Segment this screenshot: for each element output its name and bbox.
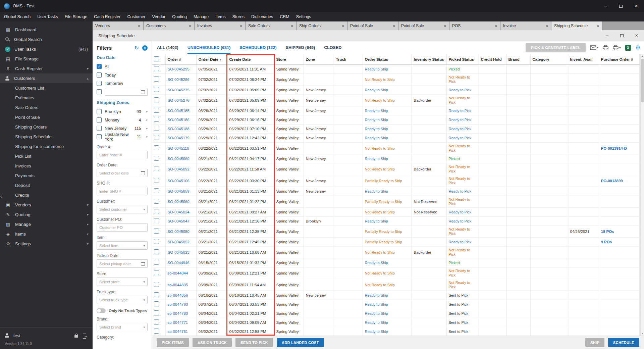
row-checkbox[interactable]: [154, 188, 159, 193]
table-row[interactable]: SO-004510606/22/202106/22/2021 03:30 PMS…: [152, 175, 640, 187]
menu-item-crm[interactable]: CRM: [276, 12, 292, 21]
checkbox[interactable]: [97, 134, 102, 139]
lock-icon[interactable]: [74, 334, 78, 338]
checkbox[interactable]: [97, 109, 102, 114]
row-checkbox[interactable]: [154, 270, 159, 275]
sidebar-item-quoting[interactable]: ✎Quoting▾: [0, 210, 93, 219]
order-link[interactable]: SO-0045059: [168, 189, 190, 193]
settings-gear-icon[interactable]: ⚙: [635, 44, 641, 51]
table-row[interactable]: SO-004527607/02/202107/02/2021 05:09 PMS…: [152, 95, 640, 106]
col-header-invent_avail[interactable]: Invent. Avail: [568, 54, 599, 65]
table-row[interactable]: SO-004505006/21/202106/21/2021 12:35 PMS…: [152, 226, 640, 238]
row-checkbox[interactable]: [154, 126, 159, 131]
table-row[interactable]: SO-004494606/15/202106/15/2021 01:32 PMS…: [152, 258, 640, 267]
status-tab-closed[interactable]: CLOSED: [324, 41, 341, 54]
filter-sho-input[interactable]: Enter SHO #: [97, 187, 148, 195]
doc-tab-invoice-8[interactable]: Invoice✕: [500, 21, 551, 30]
refresh-icon[interactable]: ↻: [135, 45, 139, 51]
row-checkbox[interactable]: [154, 117, 159, 122]
table-row[interactable]: SO-004517906/29/202106/29/2021 12:42 PMS…: [152, 134, 640, 143]
scroll-up-icon[interactable]: ▲: [641, 54, 644, 58]
sidebar-item-shipping-for-e-commerce[interactable]: Shipping for e-commerce: [0, 142, 93, 151]
sidebar-item-file-storage[interactable]: ▤File Storage: [0, 54, 93, 64]
chevron-down-icon[interactable]: ▾: [146, 127, 148, 130]
panel-minimize-button[interactable]: ─: [600, 30, 614, 41]
pick-generate-label-button[interactable]: PICK & GENERATE LABEL: [526, 43, 586, 52]
panel-close-button[interactable]: ✕: [629, 30, 644, 41]
col-header-zone[interactable]: Zone: [304, 54, 334, 65]
row-checkbox[interactable]: [154, 135, 159, 140]
sidebar-item-credits[interactable]: Credits: [0, 190, 93, 200]
purchase-order-link[interactable]: 18 POs: [601, 230, 614, 234]
checkbox[interactable]: [97, 81, 102, 86]
table-row[interactable]: SO-004502406/21/202106/21/2021 09:27 AMS…: [152, 208, 640, 217]
order-link[interactable]: SO-0045106: [168, 179, 190, 183]
status-tab-scheduled-122[interactable]: SCHEDULED (122): [239, 41, 276, 54]
due-date-input[interactable]: [105, 88, 148, 96]
table-row[interactable]: SO-004506906/21/202106/21/2021 04:17 PMS…: [152, 154, 640, 163]
sidebar-item-estimates[interactable]: Estimates: [0, 93, 93, 103]
order-link[interactable]: SO-0045023: [168, 250, 190, 254]
table-row[interactable]: so-004477106/04/202106/04/2021 09:05 AMS…: [152, 318, 640, 327]
order-link[interactable]: SO-0044946: [168, 261, 190, 265]
order-link[interactable]: so-0044771: [168, 320, 188, 325]
close-icon[interactable]: ✕: [289, 24, 293, 28]
menu-item-customer[interactable]: Customer: [124, 12, 149, 21]
table-row[interactable]: SO-004505206/21/202106/21/2021 12:45 PMS…: [152, 238, 640, 247]
close-icon[interactable]: ✕: [187, 24, 192, 28]
order-link[interactable]: SO-0045092: [168, 167, 190, 171]
order-link[interactable]: so-0044761: [168, 330, 188, 334]
order-link[interactable]: so-0044835: [168, 283, 188, 287]
col-header-truck[interactable]: Truck: [334, 54, 363, 65]
row-checkbox[interactable]: [154, 166, 159, 171]
row-checkbox[interactable]: [154, 319, 159, 325]
doc-tab-shipping-schedule-9[interactable]: Shipping Schedule✕: [551, 21, 602, 30]
sidebar-item-dashboard[interactable]: ▦Dashboard: [0, 25, 93, 35]
sidebar-item-customers[interactable]: Customers▴: [0, 73, 93, 83]
sidebar-item-invoices[interactable]: Invoices: [0, 161, 93, 171]
table-row[interactable]: SO-004509206/22/202106/22/2021 11:58 AMS…: [152, 163, 640, 175]
col-header-create_date[interactable]: Create Date: [227, 54, 274, 65]
maximize-button[interactable]: [613, 0, 629, 12]
table-row[interactable]: SO-004518606/29/202106/29/2021 06:16 PMS…: [152, 115, 640, 124]
close-icon[interactable]: ✕: [136, 24, 141, 28]
menu-item-items[interactable]: Items: [212, 12, 229, 21]
doc-tab-pos-7[interactable]: POS✕: [449, 21, 500, 30]
row-checkbox[interactable]: [154, 239, 159, 244]
menu-item-user-tasks[interactable]: User Tasks: [34, 12, 61, 21]
order-link[interactable]: SO-0045276: [168, 98, 190, 102]
filter-zone-brooklyn[interactable]: Brooklyn93▾: [97, 107, 148, 116]
menu-item-cash-register[interactable]: Cash Register: [91, 12, 124, 21]
doc-tab-point-of-sale-6[interactable]: Point of Sale✕: [398, 21, 449, 30]
print-dropdown-icon[interactable]: ▾: [613, 45, 621, 50]
row-checkbox[interactable]: [154, 77, 159, 82]
checkbox[interactable]: [97, 117, 102, 122]
checkbox[interactable]: [97, 89, 102, 94]
sidebar-item-vendors[interactable]: ▣Vendors▾: [0, 200, 93, 210]
table-row[interactable]: so-004485606/10/202106/10/2021 10:45 AMS…: [152, 291, 640, 300]
excel-export-icon[interactable]: X: [625, 45, 631, 51]
filter-truck-type-input[interactable]: Select truck type▾: [97, 296, 148, 304]
footer-button-ship[interactable]: SHIP: [585, 338, 604, 347]
row-checkbox[interactable]: [154, 87, 159, 92]
close-icon[interactable]: ✕: [442, 24, 446, 28]
sidebar-item-cash-register[interactable]: $Cash Register▾: [0, 64, 93, 73]
menu-item-manage[interactable]: Manage: [190, 12, 212, 21]
close-button[interactable]: ✕: [629, 0, 644, 12]
sidebar-item-settings[interactable]: ⚙Settings▾: [0, 239, 93, 249]
filter-brand-input[interactable]: Select brand▾: [97, 323, 148, 331]
col-header-inventory_status[interactable]: Inventory Status: [412, 54, 446, 65]
footer-button-pick-items[interactable]: PICK ITEMS: [157, 338, 189, 347]
table-row[interactable]: SO-004511006/22/202106/22/2021 03:51 PMS…: [152, 143, 640, 154]
row-checkbox[interactable]: [154, 156, 159, 161]
row-checkbox[interactable]: [154, 145, 159, 150]
sidebar-item-customers-list[interactable]: Customers List: [0, 83, 93, 93]
order-link[interactable]: SO-0045286: [168, 78, 190, 82]
col-header-order[interactable]: Order #: [165, 54, 196, 65]
col-header-picked_status[interactable]: Picked Status: [446, 54, 479, 65]
table-row[interactable]: so-004476006/07/202106/07/2021 03:53 PMS…: [152, 300, 640, 309]
table-row[interactable]: so-004484406/09/202106/09/2021 12:21 PMS…: [152, 267, 640, 279]
menu-item-quoting[interactable]: Quoting: [169, 12, 190, 21]
chevron-down-icon[interactable]: ▾: [146, 135, 148, 139]
chevron-down-icon[interactable]: ▾: [146, 110, 148, 113]
